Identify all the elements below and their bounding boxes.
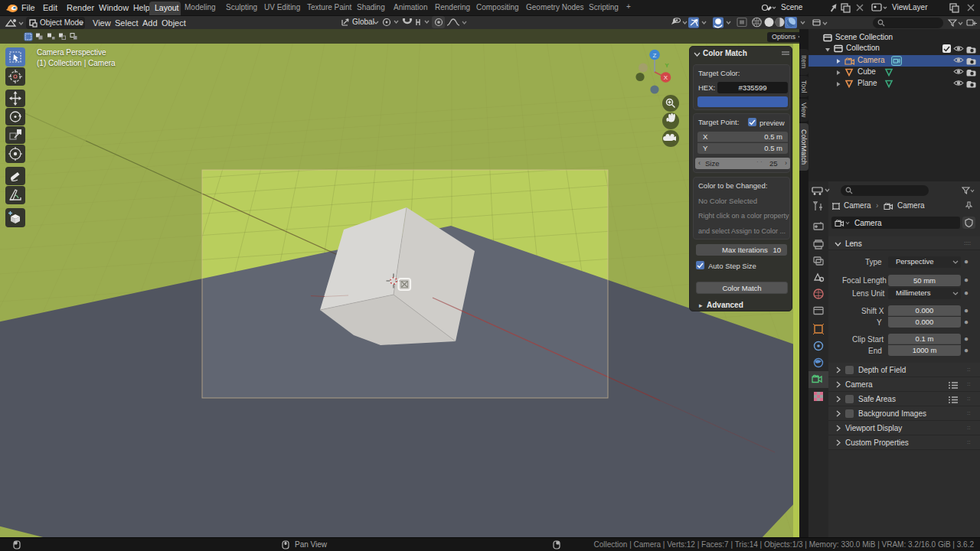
svg-text:Y: Y [665,62,669,69]
svg-text:Z: Z [653,52,657,59]
svg-text:X: X [664,74,668,81]
